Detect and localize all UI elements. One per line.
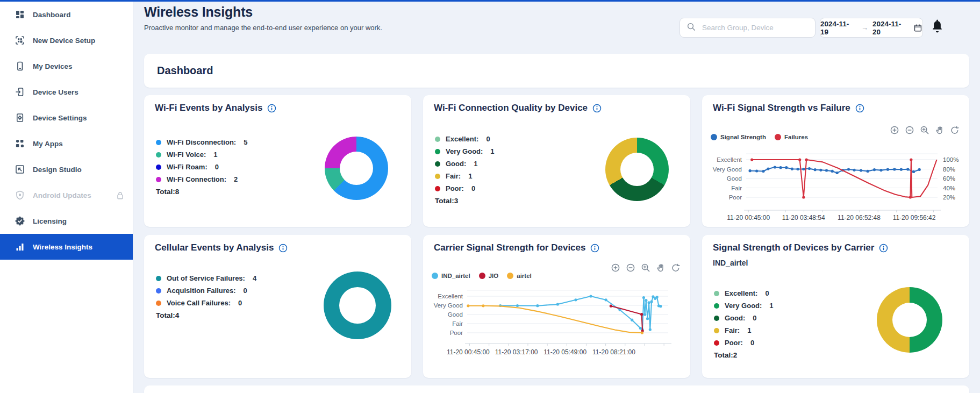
info-icon[interactable]: [278, 244, 288, 253]
phone-icon: [15, 61, 25, 72]
design-studio-icon: [15, 164, 25, 175]
card-wifi-events-by-analysis: Wi-Fi Events by Analysis Wi-Fi Disconnec…: [144, 95, 411, 227]
date-from: 2024-11-19: [820, 20, 857, 36]
license-badge-icon: [15, 216, 25, 226]
carrier-signal-strength-chart: ExcellentVery GoodGoodFairPoor11-20 00:4…: [427, 288, 684, 361]
svg-text:Very Good: Very Good: [434, 302, 463, 309]
sidebar-nav: DashboardNew Device SetupMy DevicesDevic…: [0, 2, 133, 393]
info-icon[interactable]: [592, 104, 602, 113]
area-zoom-icon[interactable]: [920, 125, 929, 135]
card-wifi-signal-vs-failure: Wi-Fi Signal Strength vs Failure Signal …: [702, 95, 969, 227]
notifications-bell-icon[interactable]: [931, 18, 945, 34]
section-title: Dashboard: [157, 65, 213, 77]
series-legend-item[interactable]: airtel: [507, 273, 532, 279]
sidebar-item-wireless-insights[interactable]: Wireless Insights: [0, 234, 133, 260]
series-legend-item[interactable]: Signal Strength: [711, 134, 766, 140]
svg-text:60%: 60%: [943, 175, 955, 182]
svg-text:11-20 08:21:00: 11-20 08:21:00: [592, 348, 635, 356]
sidebar-item-label: Wireless Insights: [33, 243, 92, 251]
legend-value: 1: [474, 160, 477, 168]
svg-text:11-20 03:17:00: 11-20 03:17:00: [495, 348, 538, 356]
pan-hand-icon[interactable]: [656, 263, 666, 273]
legend-label: Excellent:: [446, 135, 478, 143]
sidebar-item-licensing[interactable]: Licensing: [0, 208, 133, 234]
sidebar-item-dashboard[interactable]: Dashboard: [0, 2, 133, 27]
chart-toolbar: [611, 263, 681, 273]
search-input[interactable]: [701, 23, 809, 32]
sidebar-item-label: Dashboard: [33, 11, 71, 19]
zoom-in-icon[interactable]: [890, 125, 899, 135]
info-icon[interactable]: [879, 244, 888, 253]
legend-color-dot: [156, 276, 161, 281]
sidebar-item-device-users[interactable]: Device Users: [0, 79, 133, 105]
card-title: Wi-Fi Signal Strength vs Failure: [713, 103, 864, 113]
legend-item: Good:1: [435, 160, 495, 168]
legend-item: Acquisition Failures:0: [156, 287, 256, 295]
chart-legend: IND_airtelJIOairtel: [432, 273, 532, 279]
area-zoom-icon[interactable]: [641, 263, 650, 273]
apps-icon: [15, 138, 25, 149]
device-settings-icon: [15, 112, 25, 123]
legend-item: Excellent:0: [714, 289, 774, 297]
legend-color-dot: [435, 149, 440, 154]
svg-text:Excellent: Excellent: [717, 156, 742, 163]
svg-text:40%: 40%: [943, 185, 955, 191]
svg-text:11-20 05:49:00: 11-20 05:49:00: [543, 348, 586, 356]
sidebar-item-my-apps[interactable]: My Apps: [0, 131, 133, 156]
zoom-out-icon[interactable]: [905, 125, 914, 135]
next-section-card-partial: [144, 385, 969, 393]
reset-icon[interactable]: [671, 263, 681, 273]
card-signal-strength-by-carrier: Signal Strength of Devices by Carrier IN…: [702, 235, 969, 378]
legend-label: Fair:: [446, 172, 461, 180]
legend-color-dot: [156, 301, 161, 306]
legend-color-dot: [156, 165, 161, 170]
reset-icon[interactable]: [950, 125, 960, 135]
zoom-out-icon[interactable]: [626, 263, 635, 273]
wifi-quality-legend: Excellent:0Very Good:1Good:1Fair:1Poor:0…: [435, 135, 495, 205]
series-legend-item[interactable]: IND_airtel: [432, 273, 470, 279]
qr-scan-icon: [15, 35, 25, 46]
series-legend-item[interactable]: JIO: [479, 273, 499, 279]
sidebar-item-android-updates[interactable]: Android Updates: [0, 182, 133, 208]
card-title: Wi-Fi Events by Analysis: [155, 103, 276, 113]
dashboard-section-card: Dashboard: [144, 54, 969, 88]
cellular-events-donut-chart: [324, 271, 391, 339]
series-label: Signal Strength: [720, 134, 766, 140]
sidebar-item-design-studio[interactable]: Design Studio: [0, 156, 133, 182]
date-to: 2024-11-20: [872, 20, 909, 36]
sidebar-item-label: Device Users: [33, 88, 78, 96]
series-legend-item[interactable]: Failures: [775, 134, 808, 140]
sidebar-item-label: New Device Setup: [33, 37, 95, 45]
device-user-icon: [15, 87, 25, 97]
svg-text:Very Good: Very Good: [713, 166, 742, 173]
cellular-events-legend: Out of Service Failures:4Acquisition Fai…: [156, 274, 256, 319]
info-icon[interactable]: [855, 104, 864, 113]
legend-label: Good:: [725, 314, 745, 322]
series-label: Failures: [784, 134, 808, 140]
page-title: Wireless Insights: [144, 4, 253, 20]
legend-label: Out of Service Failures:: [167, 274, 245, 282]
legend-label: Excellent:: [725, 289, 757, 297]
series-label: JIO: [489, 273, 499, 279]
sidebar-item-my-devices[interactable]: My Devices: [0, 53, 133, 79]
legend-item: Wi-Fi Voice:1: [156, 151, 247, 159]
pan-hand-icon[interactable]: [935, 125, 945, 135]
date-range-picker[interactable]: 2024-11-19 → 2024-11-20: [820, 18, 923, 38]
legend-item: Fair:1: [435, 172, 495, 180]
date-arrow-icon: →: [861, 24, 868, 32]
lock-icon: [115, 190, 125, 201]
legend-color-dot: [435, 186, 440, 191]
search-box[interactable]: [679, 18, 816, 38]
card-carrier-signal-strength: Carrier Signal Strength for Devices IND_…: [423, 235, 690, 378]
info-icon[interactable]: [590, 244, 599, 253]
legend-total: Total:4: [156, 311, 256, 319]
svg-text:Good: Good: [448, 311, 463, 318]
wifi-quality-donut-chart: [605, 138, 669, 201]
sidebar-item-new-device-setup[interactable]: New Device Setup: [0, 27, 133, 53]
legend-item: Out of Service Failures:4: [156, 274, 256, 282]
info-icon[interactable]: [267, 104, 276, 113]
zoom-in-icon[interactable]: [611, 263, 620, 273]
legend-color-dot: [156, 152, 161, 158]
legend-value: 0: [765, 289, 769, 297]
sidebar-item-device-settings[interactable]: Device Settings: [0, 105, 133, 131]
